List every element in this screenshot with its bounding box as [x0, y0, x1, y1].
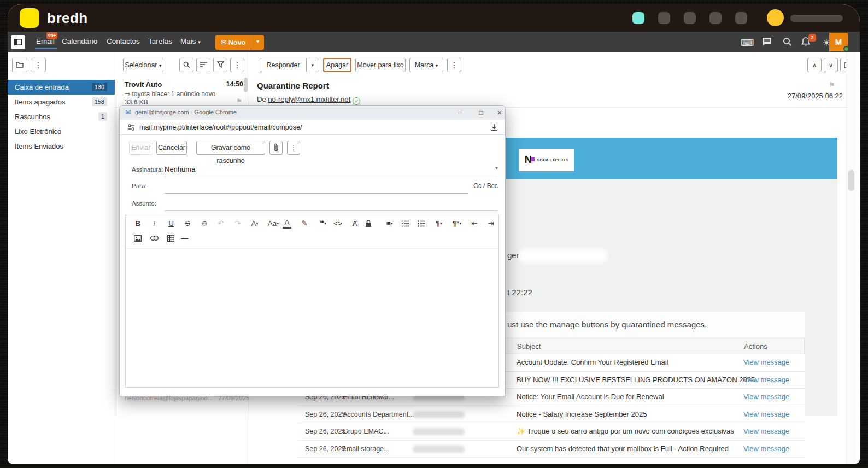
titlebar-tile-icon[interactable] — [684, 12, 696, 24]
insert-image-icon[interactable] — [131, 232, 144, 244]
undo-icon[interactable]: ↶ — [214, 218, 227, 230]
sidebar-item-sent[interactable]: Items Enviados — [8, 139, 115, 154]
nav-tab-calendar[interactable]: Calendário — [62, 37, 97, 45]
scrollbar-thumb[interactable] — [848, 170, 854, 191]
sidebar-item-deleted[interactable]: Items apagados 158 — [8, 95, 115, 109]
lock-icon[interactable] — [362, 218, 375, 230]
view-message-link[interactable]: View message — [743, 444, 789, 453]
list-menu-button[interactable]: ⋮ — [230, 58, 244, 72]
previous-message-button[interactable]: ∧ — [807, 58, 822, 72]
notifications-bell-icon[interactable]: 2 — [801, 37, 814, 48]
message-editor[interactable]: B i U S ☺ ↶ ↷ A▾ Aa▾ A ✎ ❝▾ <> Ⱥ ≡▾ ¶▾ — [125, 215, 499, 388]
strikethrough-icon[interactable]: S — [181, 218, 194, 230]
paragraph-style-icon[interactable]: ¶*▾ — [448, 218, 466, 230]
insert-link-icon[interactable] — [148, 232, 161, 244]
close-button[interactable]: × — [494, 108, 506, 118]
move-to-junk-button[interactable]: Mover para lixo — [355, 58, 406, 72]
font-family-icon[interactable]: A▾ — [247, 218, 262, 230]
send-button[interactable]: Enviar — [129, 141, 153, 155]
flag-icon[interactable]: ⚑ — [236, 97, 242, 105]
reading-pane-scrollbar[interactable] — [846, 52, 856, 464]
font-size-icon[interactable]: Aa▾ — [265, 218, 282, 230]
list-sort-button[interactable] — [196, 58, 210, 72]
italic-icon[interactable]: i — [148, 218, 161, 230]
view-message-link[interactable]: View message — [743, 376, 789, 384]
chevron-down-icon[interactable]: ▾ — [495, 165, 498, 171]
to-input[interactable] — [165, 181, 468, 192]
list-scrollbar-thumb[interactable] — [244, 78, 248, 92]
paragraph-format-icon[interactable]: ¶▾ — [431, 218, 447, 230]
sender-address-link[interactable]: no-reply@mx1.mxfilter.net — [268, 95, 350, 103]
blockquote-icon[interactable]: ❝▾ — [315, 218, 331, 230]
popup-url-bar[interactable]: mail.mypme.pt/interface/root#/popout/ema… — [120, 120, 505, 135]
titlebar-tile-icon[interactable] — [709, 12, 722, 24]
emoji-icon[interactable]: ☺ — [198, 218, 211, 230]
actions-column-header: Actions — [744, 342, 767, 350]
bold-icon[interactable]: B — [131, 218, 144, 230]
nav-tab-more[interactable]: Mais ▾ — [180, 37, 201, 45]
reply-button[interactable]: Responder — [260, 58, 307, 72]
chevron-down-icon: ▾ — [198, 39, 201, 45]
sidebar-item-inbox[interactable]: Caixa de entrada 130 — [8, 80, 115, 95]
bullet-list-icon[interactable] — [415, 218, 428, 230]
sidebar-toggle-button[interactable] — [11, 35, 25, 49]
search-icon[interactable] — [783, 37, 796, 48]
keyboard-icon[interactable]: ⌨ — [741, 37, 754, 48]
message-menu-button[interactable]: ⋮ — [447, 58, 461, 72]
instruction-text: ust use the manage buttons by quarantine… — [507, 320, 707, 329]
cc-bcc-link[interactable]: Cc / Bcc — [473, 182, 498, 190]
popup-titlebar[interactable]: ✉ geral@msjorge.com - Google Chrome – □ … — [120, 106, 505, 120]
insert-table-icon[interactable] — [164, 232, 177, 244]
maximize-button[interactable]: □ — [475, 108, 487, 118]
download-icon[interactable] — [490, 124, 498, 131]
titlebar-tile-icon[interactable] — [658, 12, 670, 24]
cancel-button[interactable]: Cancelar — [156, 141, 187, 155]
nav-tab-contacts[interactable]: Contactos — [107, 37, 140, 45]
underline-icon[interactable]: U — [165, 218, 178, 230]
signature-select[interactable]: Nenhuma — [165, 165, 195, 173]
highlight-icon[interactable]: ✎ — [298, 218, 311, 230]
new-message-dropdown[interactable]: ▾ — [251, 35, 264, 50]
ordered-list-icon[interactable] — [398, 218, 412, 230]
next-message-button[interactable]: ∨ — [824, 58, 838, 72]
view-message-link[interactable]: View message — [743, 358, 789, 366]
align-icon[interactable]: ≡▾ — [382, 218, 397, 230]
indent-icon[interactable]: ⇥ — [484, 218, 497, 230]
text-color-icon[interactable]: A — [283, 218, 291, 229]
flag-icon[interactable]: ⚑ — [829, 81, 835, 89]
subject-input[interactable] — [165, 198, 498, 209]
list-filter-button[interactable] — [213, 58, 227, 72]
notification-count-badge: 2 — [808, 34, 816, 42]
view-message-link[interactable]: View message — [743, 427, 789, 435]
clear-format-icon[interactable]: Ⱥ — [348, 218, 361, 230]
outdent-icon[interactable]: ⇤ — [468, 218, 481, 230]
nav-tab-tasks[interactable]: Tarefas — [148, 37, 172, 45]
code-icon[interactable]: <> — [331, 218, 344, 230]
delete-button[interactable]: Apagar — [323, 58, 351, 72]
titlebar-teal-tile-icon[interactable] — [632, 12, 644, 24]
message-body-input[interactable] — [126, 249, 498, 387]
titlebar-profile-icon[interactable] — [767, 9, 784, 26]
redo-icon[interactable]: ↷ — [231, 218, 244, 230]
chat-icon[interactable] — [762, 37, 775, 48]
minimize-button[interactable]: – — [454, 108, 466, 118]
new-message-button[interactable]: ✉ Novo ▾ — [215, 35, 264, 50]
compose-menu-button[interactable]: ⋮ — [287, 141, 300, 155]
select-dropdown[interactable]: Selecionar ▾ — [123, 58, 163, 72]
sidebar-item-drafts[interactable]: Rascunhos 1 — [8, 109, 115, 124]
horizontal-rule-icon[interactable]: — — [178, 232, 191, 244]
site-settings-icon[interactable] — [127, 124, 135, 131]
reply-dropdown[interactable]: ▾ — [306, 58, 319, 72]
attachment-button[interactable] — [269, 141, 283, 155]
folders-button[interactable] — [12, 58, 27, 72]
online-status-dot — [843, 46, 849, 52]
mark-dropdown[interactable]: Marca ▾ — [409, 58, 443, 72]
view-message-link[interactable]: View message — [743, 410, 789, 418]
view-message-link[interactable]: View message — [743, 393, 789, 401]
sidebar-item-junk[interactable]: Lixo Eletrônico — [8, 124, 115, 139]
save-draft-button[interactable]: Gravar como rascunho — [196, 141, 265, 155]
sidebar-menu-button[interactable]: ⋮ — [31, 58, 46, 72]
titlebar-tile-icon[interactable] — [735, 12, 747, 24]
list-search-button[interactable] — [179, 58, 193, 72]
compose-popup-window: ✉ geral@msjorge.com - Google Chrome – □ … — [119, 105, 506, 396]
